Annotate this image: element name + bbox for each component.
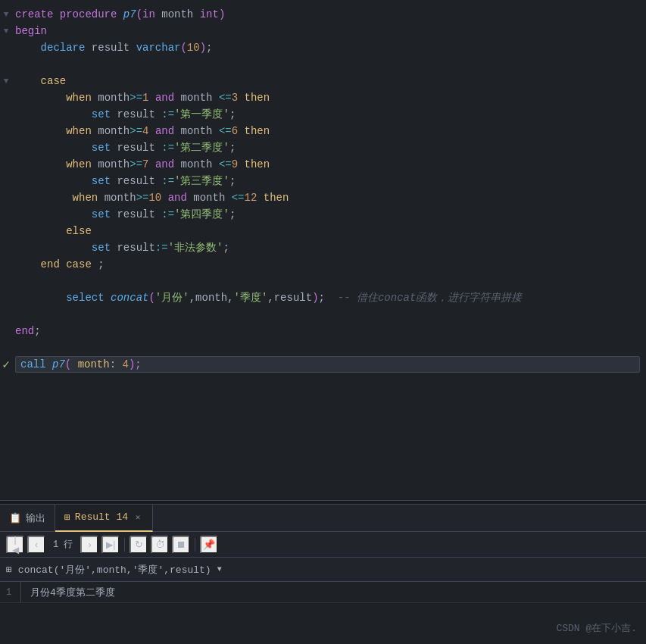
refresh-btn[interactable]: ↻ <box>130 536 148 554</box>
result-row: 1 月份4季度第二季度 <box>0 582 646 603</box>
code-line: ····case <box>15 73 640 89</box>
toolbar-sep-1 <box>124 538 125 552</box>
result-query-selector[interactable]: concat('月份',month,'季度',result) <box>18 563 211 577</box>
code-line: ············set result :='第三季度'; <box>15 173 640 189</box>
code-line: ············set result:='非法参数'; <box>15 239 640 256</box>
code-line: ····end case ; <box>15 256 640 273</box>
call-line: call p7( month: 4); <box>15 356 640 373</box>
next-page-btn[interactable]: › <box>80 536 98 554</box>
toolbar-sep-2 <box>195 538 195 552</box>
editor-area: ▼ ▼ ▼ <box>0 0 646 500</box>
code-line <box>15 56 640 73</box>
code-line: end; <box>15 323 640 339</box>
bottom-panel: 📋 输出 ⊞ Result 14 ✕ |◀ ‹ 1 行 › ▶| ↻ ⏱ ⏹ 📌… <box>0 505 646 644</box>
branding: CSDN @在下小吉. <box>556 621 637 635</box>
code-line: begin <box>15 23 640 39</box>
code-line: ········when month>=4 and month <=6 then <box>15 123 640 139</box>
panel-toolbar: |◀ ‹ 1 行 › ▶| ↻ ⏱ ⏹ 📌 <box>0 532 646 558</box>
code-line: ········select concat('月份',month,'季度',re… <box>15 289 640 306</box>
last-page-btn[interactable]: ▶| <box>101 536 120 554</box>
result-table-icon: ⊞ <box>6 564 12 576</box>
code-line <box>15 306 640 323</box>
code-lines: create procedure p7(in month int) begin … <box>12 6 646 500</box>
row-number: 1 <box>6 582 21 602</box>
code-line: ····declare result varchar(10); <box>15 39 640 56</box>
prev-page-btn[interactable]: ‹ <box>27 536 45 554</box>
fold-col: ▼ ▼ ▼ <box>0 6 12 500</box>
code-line: ········when month>=7 and month <=9 then <box>15 156 640 173</box>
result-header: ⊞ concat('月份',month,'季度',result) ▼ <box>0 558 646 582</box>
result-tab-close[interactable]: ✕ <box>133 512 143 523</box>
stop-btn[interactable]: ⏹ <box>172 536 190 554</box>
output-tab-icon: 📋 <box>9 512 21 524</box>
fold-icon-0[interactable]: ▼ <box>1 9 11 20</box>
code-container: ▼ ▼ ▼ <box>0 0 646 500</box>
dropdown-arrow-icon[interactable]: ▼ <box>217 565 222 574</box>
code-line <box>15 339 640 356</box>
tab-output[interactable]: 📋 输出 <box>0 505 55 532</box>
code-line: ········else <box>15 223 640 239</box>
code-line: ············set result :='第二季度'; <box>15 139 640 156</box>
code-line <box>15 273 640 289</box>
check-mark: ✓ <box>2 357 10 372</box>
pin-btn[interactable]: 📌 <box>200 536 218 554</box>
fold-icon-4[interactable]: ▼ <box>1 76 11 86</box>
result-rows: 1 月份4季度第二季度 CSDN @在下小吉. <box>0 582 646 644</box>
output-tab-label: 输出 <box>26 511 45 525</box>
code-line: ········when month>=1 and month <=3 then <box>15 89 640 106</box>
code-line: ············set result :='第一季度'; <box>15 106 640 123</box>
clock-btn[interactable]: ⏱ <box>151 536 169 554</box>
result-tab-icon: ⊞ <box>64 511 70 524</box>
result-tab-label: Result 14 <box>75 511 128 523</box>
code-line: ············set result :='第四季度'; <box>15 206 640 223</box>
tab-result14[interactable]: ⊞ Result 14 ✕ <box>55 505 153 532</box>
code-line: create procedure p7(in month int) <box>15 6 640 23</box>
panel-tabs: 📋 输出 ⊞ Result 14 ✕ <box>0 505 646 532</box>
fold-icon-1[interactable]: ▼ <box>1 26 11 36</box>
row-info: 1 行 <box>48 538 77 551</box>
first-page-btn[interactable]: |◀ <box>6 536 24 554</box>
result-cell-value: 月份4季度第二季度 <box>30 586 115 599</box>
code-line: ········ when month>=10 and month <=12 t… <box>15 189 640 206</box>
